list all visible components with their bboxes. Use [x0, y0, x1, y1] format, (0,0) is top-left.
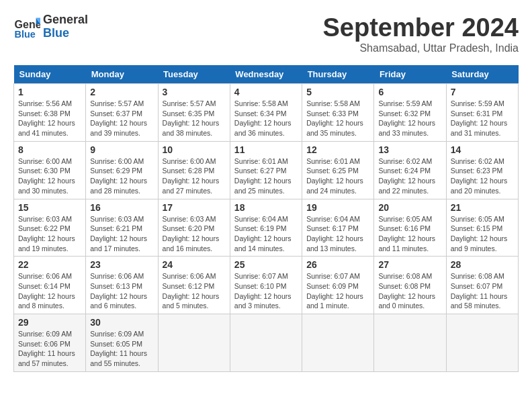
day-number: 9 [90, 144, 153, 155]
calendar-header-sunday: Sunday [14, 65, 86, 84]
calendar-cell [446, 314, 518, 372]
day-number: 23 [90, 259, 153, 270]
calendar-cell: 8Sunrise: 6:00 AMSunset: 6:30 PMDaylight… [14, 141, 86, 199]
day-info: Sunrise: 6:04 AMSunset: 6:17 PMDaylight:… [306, 214, 369, 254]
day-info: Sunrise: 6:08 AMSunset: 6:08 PMDaylight:… [378, 271, 441, 311]
logo-icon: General Blue [13, 13, 40, 40]
calendar-cell: 13Sunrise: 6:02 AMSunset: 6:24 PMDayligh… [374, 141, 446, 199]
day-number: 12 [306, 144, 369, 155]
day-number: 3 [163, 87, 226, 97]
calendar-cell [302, 314, 374, 372]
day-info: Sunrise: 6:06 AMSunset: 6:12 PMDaylight:… [163, 271, 226, 311]
day-number: 13 [378, 144, 441, 155]
day-number: 20 [378, 202, 441, 213]
location-subtitle: Shamsabad, Uttar Pradesh, India [323, 42, 519, 54]
day-number: 6 [378, 87, 441, 97]
day-info: Sunrise: 6:07 AMSunset: 6:09 PMDaylight:… [306, 271, 369, 311]
day-info: Sunrise: 6:03 AMSunset: 6:20 PMDaylight:… [163, 214, 226, 254]
day-number: 30 [90, 317, 153, 328]
day-info: Sunrise: 6:01 AMSunset: 6:25 PMDaylight:… [306, 156, 369, 196]
day-info: Sunrise: 6:09 AMSunset: 6:06 PMDaylight:… [18, 329, 81, 369]
day-info: Sunrise: 6:01 AMSunset: 6:27 PMDaylight:… [234, 156, 298, 196]
calendar-cell: 30Sunrise: 6:09 AMSunset: 6:05 PMDayligh… [86, 314, 158, 372]
calendar-cell: 12Sunrise: 6:01 AMSunset: 6:25 PMDayligh… [302, 141, 374, 199]
day-number: 1 [18, 87, 81, 97]
calendar-cell: 6Sunrise: 5:59 AMSunset: 6:32 PMDaylight… [374, 84, 446, 142]
calendar-header-thursday: Thursday [302, 65, 374, 84]
calendar-cell: 26Sunrise: 6:07 AMSunset: 6:09 PMDayligh… [302, 257, 374, 314]
calendar-week-row: 8Sunrise: 6:00 AMSunset: 6:30 PMDaylight… [14, 141, 519, 199]
day-info: Sunrise: 5:58 AMSunset: 6:34 PMDaylight:… [234, 99, 298, 138]
day-number: 10 [163, 144, 226, 155]
calendar-cell: 23Sunrise: 6:06 AMSunset: 6:13 PMDayligh… [86, 257, 158, 314]
day-number: 24 [163, 259, 226, 270]
calendar-cell: 3Sunrise: 5:57 AMSunset: 6:35 PMDaylight… [158, 84, 230, 142]
calendar-cell: 5Sunrise: 5:58 AMSunset: 6:33 PMDaylight… [302, 84, 374, 142]
day-info: Sunrise: 5:59 AMSunset: 6:31 PMDaylight:… [451, 99, 514, 138]
day-number: 17 [163, 202, 226, 213]
calendar-week-row: 15Sunrise: 6:03 AMSunset: 6:22 PMDayligh… [14, 199, 519, 257]
day-number: 4 [234, 87, 298, 97]
calendar-cell: 11Sunrise: 6:01 AMSunset: 6:27 PMDayligh… [230, 141, 302, 199]
day-info: Sunrise: 6:07 AMSunset: 6:10 PMDaylight:… [234, 271, 298, 311]
calendar-cell: 20Sunrise: 6:05 AMSunset: 6:16 PMDayligh… [374, 199, 446, 257]
calendar-week-row: 22Sunrise: 6:06 AMSunset: 6:14 PMDayligh… [14, 257, 519, 314]
day-number: 28 [451, 259, 514, 270]
day-number: 8 [18, 144, 81, 155]
calendar-week-row: 1Sunrise: 5:56 AMSunset: 6:38 PMDaylight… [14, 84, 519, 142]
day-info: Sunrise: 6:03 AMSunset: 6:21 PMDaylight:… [90, 214, 153, 254]
calendar-cell: 14Sunrise: 6:02 AMSunset: 6:23 PMDayligh… [446, 141, 518, 199]
day-info: Sunrise: 6:02 AMSunset: 6:24 PMDaylight:… [378, 156, 441, 196]
page-header: General Blue General Blue September 2024… [13, 13, 519, 54]
calendar-cell: 29Sunrise: 6:09 AMSunset: 6:06 PMDayligh… [14, 314, 86, 372]
day-number: 18 [234, 202, 298, 213]
calendar-cell: 25Sunrise: 6:07 AMSunset: 6:10 PMDayligh… [230, 257, 302, 314]
calendar-cell: 4Sunrise: 5:58 AMSunset: 6:34 PMDaylight… [230, 84, 302, 142]
calendar-cell: 21Sunrise: 6:05 AMSunset: 6:15 PMDayligh… [446, 199, 518, 257]
calendar-header-row: SundayMondayTuesdayWednesdayThursdayFrid… [14, 65, 519, 84]
day-number: 19 [306, 202, 369, 213]
day-info: Sunrise: 6:02 AMSunset: 6:23 PMDaylight:… [451, 156, 514, 196]
svg-text:Blue: Blue [15, 29, 36, 40]
calendar-cell [374, 314, 446, 372]
day-info: Sunrise: 5:59 AMSunset: 6:32 PMDaylight:… [378, 99, 441, 138]
logo-line2: Blue [43, 27, 88, 40]
day-number: 2 [90, 87, 153, 97]
day-info: Sunrise: 6:06 AMSunset: 6:13 PMDaylight:… [90, 271, 153, 311]
day-number: 15 [18, 202, 81, 213]
calendar-cell: 24Sunrise: 6:06 AMSunset: 6:12 PMDayligh… [158, 257, 230, 314]
month-year-title: September 2024 [323, 13, 519, 42]
day-number: 29 [18, 317, 81, 328]
day-info: Sunrise: 6:05 AMSunset: 6:16 PMDaylight:… [378, 214, 441, 254]
day-number: 5 [306, 87, 369, 97]
day-info: Sunrise: 6:06 AMSunset: 6:14 PMDaylight:… [18, 271, 81, 311]
calendar-cell: 17Sunrise: 6:03 AMSunset: 6:20 PMDayligh… [158, 199, 230, 257]
calendar-cell: 22Sunrise: 6:06 AMSunset: 6:14 PMDayligh… [14, 257, 86, 314]
calendar-cell: 2Sunrise: 5:57 AMSunset: 6:37 PMDaylight… [86, 84, 158, 142]
day-number: 7 [451, 87, 514, 97]
calendar-header-wednesday: Wednesday [230, 65, 302, 84]
calendar-header-tuesday: Tuesday [158, 65, 230, 84]
day-number: 27 [378, 259, 441, 270]
day-info: Sunrise: 5:56 AMSunset: 6:38 PMDaylight:… [18, 99, 81, 138]
calendar-cell: 1Sunrise: 5:56 AMSunset: 6:38 PMDaylight… [14, 84, 86, 142]
day-info: Sunrise: 5:58 AMSunset: 6:33 PMDaylight:… [306, 99, 369, 138]
calendar-cell: 19Sunrise: 6:04 AMSunset: 6:17 PMDayligh… [302, 199, 374, 257]
calendar-cell: 9Sunrise: 6:00 AMSunset: 6:29 PMDaylight… [86, 141, 158, 199]
calendar-cell: 16Sunrise: 6:03 AMSunset: 6:21 PMDayligh… [86, 199, 158, 257]
day-info: Sunrise: 5:57 AMSunset: 6:37 PMDaylight:… [90, 99, 153, 138]
calendar-cell: 27Sunrise: 6:08 AMSunset: 6:08 PMDayligh… [374, 257, 446, 314]
logo-line1: General [43, 13, 88, 27]
day-number: 22 [18, 259, 81, 270]
day-number: 26 [306, 259, 369, 270]
day-info: Sunrise: 6:00 AMSunset: 6:30 PMDaylight:… [18, 156, 81, 196]
calendar-cell [230, 314, 302, 372]
calendar-header-friday: Friday [374, 65, 446, 84]
day-info: Sunrise: 6:08 AMSunset: 6:07 PMDaylight:… [451, 271, 514, 311]
day-info: Sunrise: 6:05 AMSunset: 6:15 PMDaylight:… [451, 214, 514, 254]
calendar-cell [158, 314, 230, 372]
calendar-cell: 15Sunrise: 6:03 AMSunset: 6:22 PMDayligh… [14, 199, 86, 257]
calendar-header-monday: Monday [86, 65, 158, 84]
calendar-cell: 28Sunrise: 6:08 AMSunset: 6:07 PMDayligh… [446, 257, 518, 314]
calendar-header-saturday: Saturday [446, 65, 518, 84]
